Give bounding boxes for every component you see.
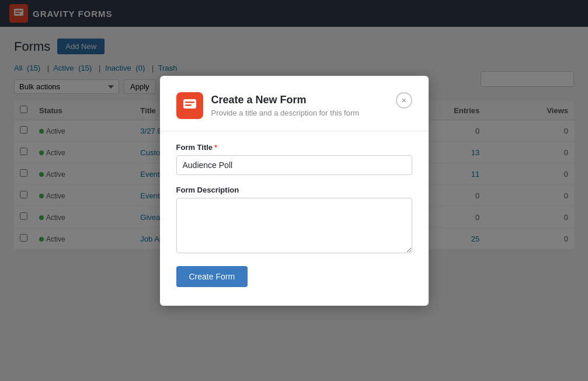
modal-icon [176, 92, 203, 119]
modal-header-left: Create a New Form Provide a title and a … [176, 92, 360, 119]
svg-rect-3 [183, 99, 196, 109]
modal-title-block: Create a New Form Provide a title and a … [211, 94, 360, 117]
modal-overlay: Create a New Form Provide a title and a … [0, 0, 588, 261]
modal-subtitle: Provide a title and a description for th… [211, 109, 360, 117]
form-desc-group: Form Description [176, 186, 412, 256]
form-desc-textarea[interactable] [176, 198, 412, 253]
form-title-label: Form Title* [176, 143, 412, 152]
svg-rect-4 [185, 102, 194, 103]
modal-close-button[interactable]: × [396, 92, 412, 109]
modal-divider [160, 131, 429, 131]
required-star: * [214, 143, 217, 152]
modal-dialog: Create a New Form Provide a title and a … [160, 76, 429, 262]
form-desc-label: Form Description [176, 186, 412, 194]
form-title-input[interactable] [176, 155, 412, 175]
form-title-group: Form Title* [176, 143, 412, 175]
modal-header: Create a New Form Provide a title and a … [176, 92, 412, 119]
svg-rect-5 [185, 104, 192, 106]
modal-title: Create a New Form [211, 94, 360, 106]
